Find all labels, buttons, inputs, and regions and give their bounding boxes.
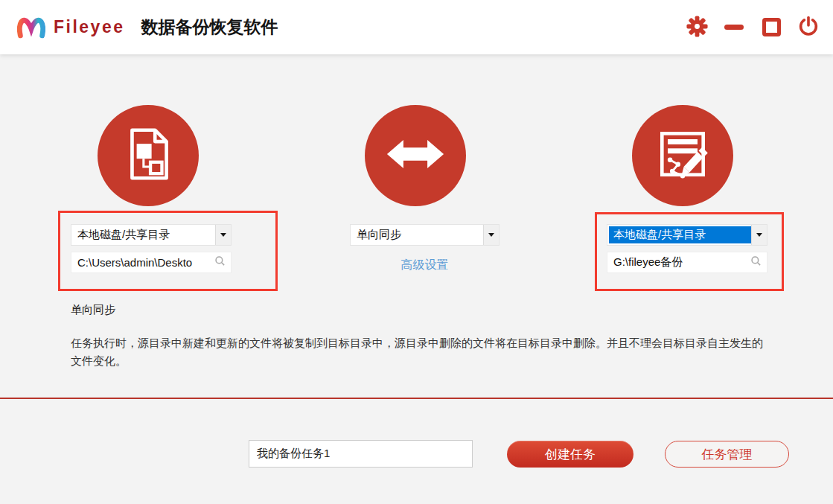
source-path-field [71, 252, 232, 273]
fileyee-logo-icon [15, 10, 48, 45]
target-path-field [607, 252, 767, 273]
minimize-icon [724, 25, 744, 30]
double-arrow-icon [385, 132, 446, 179]
chevron-down-icon[interactable] [215, 225, 231, 245]
maximize-icon [762, 18, 781, 36]
sync-mode-label: 单向同步 [71, 303, 115, 317]
maximize-button[interactable] [760, 16, 782, 39]
source-circle [98, 105, 199, 206]
minimize-button[interactable] [723, 16, 745, 39]
sync-mode-description: 任务执行时，源目录中新建和更新的文件将被复制到目标目录中，源目录中删除的文件将在… [71, 334, 763, 370]
source-type-value: 本地磁盘/共享目录 [71, 225, 215, 245]
target-path-input[interactable] [607, 256, 750, 269]
power-icon [797, 15, 820, 39]
sync-mode-value: 单向同步 [351, 225, 483, 245]
settings-button[interactable] [686, 16, 708, 39]
app-header: Fileyee 数据备份恢复软件 [0, 0, 833, 54]
create-task-button[interactable]: 创建任务 [507, 441, 633, 468]
document-flowchart-icon [118, 124, 178, 187]
window-controls [686, 0, 820, 54]
search-icon[interactable] [214, 255, 226, 269]
target-circle [632, 105, 733, 206]
chevron-down-icon[interactable] [751, 225, 767, 245]
advanced-settings-link[interactable]: 高级设置 [350, 258, 500, 273]
brand-name: Fileyee [54, 17, 125, 37]
source-path-input[interactable] [71, 256, 214, 269]
manage-tasks-button[interactable]: 任务管理 [665, 441, 789, 468]
power-button[interactable] [797, 16, 820, 39]
app-title: 数据备份恢复软件 [141, 16, 278, 39]
section-divider [0, 398, 833, 399]
chevron-down-icon[interactable] [483, 225, 499, 245]
edit-plan-icon [653, 124, 712, 187]
gear-icon [686, 16, 708, 39]
target-type-select[interactable]: 本地磁盘/共享目录 [607, 224, 767, 246]
target-type-value: 本地磁盘/共享目录 [609, 226, 751, 243]
task-name-input[interactable] [249, 440, 473, 468]
source-highlight-box [58, 211, 278, 291]
sync-mode-select[interactable]: 单向同步 [350, 224, 500, 246]
search-icon[interactable] [750, 255, 762, 269]
sync-circle [365, 105, 466, 206]
source-type-select[interactable]: 本地磁盘/共享目录 [71, 224, 232, 246]
